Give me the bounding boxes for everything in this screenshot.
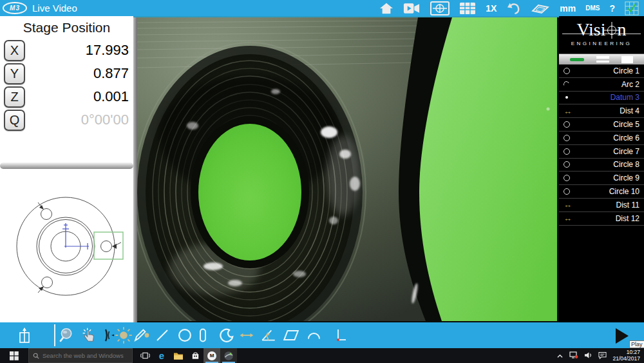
help-button[interactable]: ? <box>609 0 615 16</box>
stage-axis-row: Q0°00'00 <box>4 108 130 132</box>
feature-label: Dist 11 <box>574 201 639 210</box>
feature-row[interactable]: Datum 3 <box>559 92 644 105</box>
feature-row[interactable]: Circle 6 <box>559 132 644 145</box>
feature-row[interactable]: Arc 2 <box>559 78 644 92</box>
stage-position-title: Stage Position <box>0 16 133 35</box>
feature-label: Dist 12 <box>574 214 639 223</box>
start-button[interactable] <box>0 348 28 363</box>
toolbar-divider <box>54 324 55 346</box>
tray-volume-icon[interactable] <box>584 350 592 362</box>
feature-label: Circle 9 <box>574 173 639 182</box>
feature-label: Circle 1 <box>574 66 639 75</box>
axis-button-z[interactable]: Z <box>4 86 25 108</box>
feature-row[interactable]: Circle 1 <box>559 64 644 78</box>
stage-position-panel: Stage Position X17.993Y0.877Z0.001Q0°00'… <box>0 16 133 162</box>
feature-row[interactable]: Circle 5 <box>559 118 644 132</box>
tray-chevron-icon[interactable] <box>556 350 564 362</box>
stage-plane-icon[interactable] <box>531 0 550 16</box>
results-table-icon[interactable] <box>459 0 476 16</box>
feature-row[interactable]: Circle 7 <box>559 145 644 159</box>
search-icon <box>33 353 39 359</box>
home-icon[interactable] <box>379 0 393 16</box>
taskbar-search[interactable] <box>28 348 133 363</box>
part-drawing <box>0 169 133 322</box>
m3-app-button[interactable]: M <box>204 348 220 363</box>
selection-box <box>94 232 123 259</box>
units-button[interactable]: mm <box>560 0 576 16</box>
feature-label: Circle 10 <box>574 187 639 196</box>
task-view-button[interactable] <box>137 348 153 363</box>
taskbar-clock[interactable]: 10:27 21/04/2017 <box>612 349 640 362</box>
feature-row[interactable]: Circle 8 <box>559 159 644 172</box>
axis-value: 0.877 <box>25 65 130 82</box>
circle-icon <box>564 175 574 181</box>
vision-app-button[interactable] <box>220 348 237 363</box>
tray-display-icon[interactable] <box>569 350 578 362</box>
live-video-viewport[interactable] <box>133 16 559 322</box>
feature-label: Datum 3 <box>574 93 639 102</box>
brand-subtitle: ENGINEERING <box>559 41 644 46</box>
magnifier-icon[interactable] <box>56 322 75 348</box>
feature-row[interactable]: Circle 9 <box>559 172 644 185</box>
feature-label: Dist 4 <box>574 106 639 115</box>
axis-button-x[interactable]: X <box>4 40 25 61</box>
circle-icon <box>564 135 574 141</box>
axis-button-y[interactable]: Y <box>4 63 25 84</box>
feature-label: Circle 6 <box>574 133 639 142</box>
windows-taskbar: e M 10:27 21/04/2017 <box>0 348 644 363</box>
measure-circle-icon[interactable] <box>175 322 194 348</box>
measure-perpendicular-icon[interactable] <box>330 322 349 348</box>
camera-image <box>137 17 557 321</box>
tray-action-center-icon[interactable] <box>598 350 607 362</box>
feature-row[interactable]: ↔Dist 12 <box>559 212 644 226</box>
measure-toolbar <box>0 322 644 348</box>
measure-distance-icon[interactable] <box>237 322 256 348</box>
circle-icon <box>564 161 574 168</box>
zoom-level-button[interactable]: 1X <box>486 0 497 16</box>
dist-icon: ↔ <box>564 213 574 223</box>
crosshair-target-icon[interactable] <box>430 0 450 16</box>
edge-browser-icon[interactable]: e <box>153 348 170 363</box>
feature-label: Circle 8 <box>574 160 639 169</box>
measure-blob-icon[interactable] <box>217 322 236 348</box>
feature-row[interactable]: ↔Dist 4 <box>559 104 644 118</box>
store-icon[interactable] <box>187 348 204 363</box>
feature-row[interactable]: Circle 10 <box>559 185 644 199</box>
touch-probe-icon[interactable] <box>80 322 100 348</box>
file-explorer-icon[interactable] <box>170 348 187 363</box>
measure-arc-icon[interactable] <box>304 322 323 348</box>
undo-icon[interactable] <box>506 0 521 16</box>
video-camera-icon[interactable] <box>403 0 421 16</box>
measure-line-icon[interactable] <box>153 322 172 348</box>
feature-label: Arc 2 <box>574 80 639 89</box>
axis-button-q[interactable]: Q <box>4 110 25 131</box>
part-view[interactable] <box>0 169 133 322</box>
clock-date: 21/04/2017 <box>612 356 640 362</box>
vision-engineering-logo: Visin ENGINEERING <box>559 16 644 54</box>
grid-check-icon[interactable] <box>625 0 639 16</box>
measure-parallelogram-icon[interactable] <box>281 322 301 348</box>
circle-icon <box>564 148 574 155</box>
list-view-icon[interactable] <box>596 56 609 63</box>
play-button[interactable] <box>616 328 629 344</box>
brand-word-start: Visi <box>577 19 606 39</box>
export-stage-icon[interactable] <box>15 322 34 348</box>
feature-label: Circle 5 <box>574 120 639 129</box>
detail-view-icon[interactable] <box>621 56 633 63</box>
left-panel: Stage Position X17.993Y0.877Z0.001Q0°00'… <box>0 16 133 322</box>
app-logo: M3 <box>3 2 27 14</box>
title-bar: M3 Live Video 1X mm DMS ? <box>0 0 644 16</box>
panel-splitter[interactable] <box>0 162 133 169</box>
datum-icon <box>564 96 574 99</box>
measure-angle-icon[interactable] <box>259 322 278 348</box>
brand-word-end: n <box>618 19 627 39</box>
measure-slot-icon[interactable] <box>193 322 213 348</box>
dist-icon: ↔ <box>564 200 574 210</box>
stage-axis-row: Z0.001 <box>4 85 130 108</box>
axis-value: 0.001 <box>25 88 130 105</box>
circle-icon <box>564 188 574 195</box>
angle-format-button[interactable]: DMS <box>585 0 600 16</box>
minimize-view-icon[interactable] <box>570 58 584 61</box>
search-input[interactable] <box>43 352 125 359</box>
feature-row[interactable]: ↔Dist 11 <box>559 199 644 212</box>
